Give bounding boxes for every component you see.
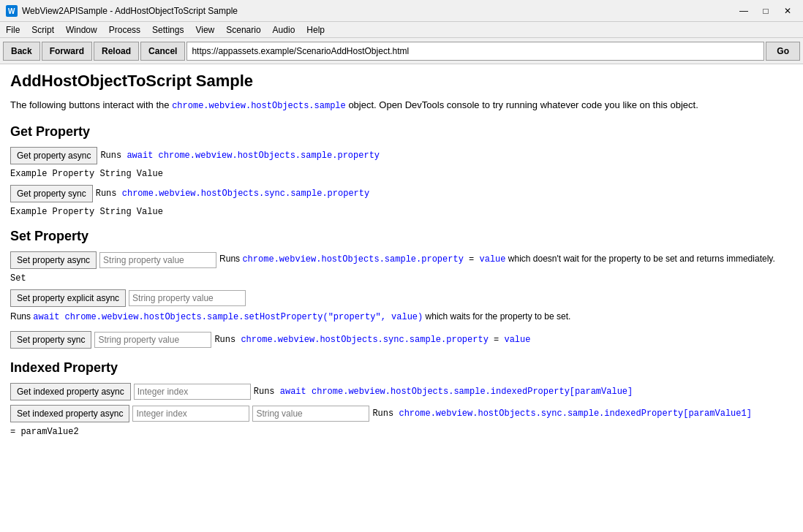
set-async-row: Set property async Runs chrome.webview.h… bbox=[10, 251, 793, 269]
reload-button[interactable]: Reload bbox=[94, 42, 139, 61]
intro-text-suffix: object. Open DevTools console to try run… bbox=[346, 99, 698, 110]
forward-button[interactable]: Forward bbox=[42, 42, 92, 61]
menu-settings[interactable]: Settings bbox=[146, 23, 189, 37]
get-indexed-run-text: Runs await chrome.webview.hostObjects.sa… bbox=[254, 386, 633, 398]
get-property-section: Get Property Get property async Runs awa… bbox=[10, 124, 793, 217]
window-title: WebView2APISample - AddHostObjectToScrip… bbox=[22, 6, 734, 16]
get-sync-run-text: Runs chrome.webview.hostObjects.sync.sam… bbox=[96, 188, 369, 200]
menu-bar: File Script Window Process Settings View… bbox=[0, 22, 803, 38]
menu-window[interactable]: Window bbox=[60, 23, 103, 37]
url-input[interactable] bbox=[186, 42, 764, 61]
get-indexed-input[interactable] bbox=[134, 384, 251, 400]
nav-bar: Back Forward Reload Cancel Go bbox=[0, 38, 803, 64]
get-async-run-text: Runs await chrome.webview.hostObjects.sa… bbox=[100, 150, 380, 162]
get-async-result: Example Property String Value bbox=[10, 169, 793, 179]
set-sync-input[interactable] bbox=[94, 332, 211, 348]
get-sync-button[interactable]: Get property sync bbox=[10, 185, 93, 202]
set-explicit-run-text: Runs await chrome.webview.hostObjects.sa… bbox=[10, 310, 570, 324]
menu-view[interactable]: View bbox=[189, 23, 220, 37]
get-async-row: Get property async Runs await chrome.web… bbox=[10, 147, 793, 164]
menu-script[interactable]: Script bbox=[26, 23, 60, 37]
set-async-run-text: Runs chrome.webview.hostObjects.sample.p… bbox=[219, 252, 775, 266]
content-area[interactable]: AddHostObjectToScript Sample The followi… bbox=[0, 64, 803, 532]
set-async-input[interactable] bbox=[99, 252, 216, 268]
get-sync-result: Example Property String Value bbox=[10, 207, 793, 217]
cancel-button[interactable]: Cancel bbox=[140, 42, 185, 61]
set-explicit-row: Set property explicit async Runs await c… bbox=[10, 289, 793, 327]
back-button[interactable]: Back bbox=[3, 42, 40, 61]
get-async-button[interactable]: Get property async bbox=[10, 147, 97, 164]
indexed-property-heading: Indexed Property bbox=[10, 360, 793, 376]
set-property-heading: Set Property bbox=[10, 229, 793, 244]
window-controls: — □ ✕ bbox=[734, 4, 797, 18]
intro-code: chrome.webview.hostObjects.sample bbox=[172, 101, 346, 111]
set-explicit-button[interactable]: Set property explicit async bbox=[10, 289, 126, 307]
close-button[interactable]: ✕ bbox=[778, 4, 797, 18]
get-indexed-button[interactable]: Get indexed property async bbox=[10, 383, 131, 400]
set-sync-row: Set property sync Runs chrome.webview.ho… bbox=[10, 331, 793, 349]
menu-audio[interactable]: Audio bbox=[267, 23, 301, 37]
indexed-property-section: Indexed Property Get indexed property as… bbox=[10, 360, 793, 437]
set-property-section: Set Property Set property async Runs chr… bbox=[10, 229, 793, 349]
set-explicit-input[interactable] bbox=[129, 290, 246, 306]
minimize-button[interactable]: — bbox=[734, 4, 753, 18]
set-indexed-row: Set indexed property async Runs chrome.w… bbox=[10, 405, 793, 422]
get-sync-row: Get property sync Runs chrome.webview.ho… bbox=[10, 185, 793, 202]
go-button[interactable]: Go bbox=[766, 42, 800, 61]
maximize-button[interactable]: □ bbox=[756, 4, 775, 18]
app-icon: W bbox=[6, 5, 18, 17]
set-async-result: Set bbox=[10, 273, 793, 284]
intro-text-prefix: The following buttons interact with the bbox=[10, 99, 172, 110]
set-indexed-button[interactable]: Set indexed property async bbox=[10, 405, 129, 422]
set-sync-run-text: Runs chrome.webview.hostObjects.sync.sam… bbox=[214, 334, 530, 346]
set-indexed-input2[interactable] bbox=[252, 406, 369, 422]
menu-help[interactable]: Help bbox=[301, 23, 331, 37]
menu-scenario[interactable]: Scenario bbox=[220, 23, 266, 37]
get-indexed-row: Get indexed property async Runs await ch… bbox=[10, 383, 793, 400]
set-indexed-run-text: Runs chrome.webview.hostObjects.sync.sam… bbox=[372, 408, 752, 420]
get-property-heading: Get Property bbox=[10, 124, 793, 140]
menu-process[interactable]: Process bbox=[103, 23, 146, 37]
menu-file[interactable]: File bbox=[0, 23, 26, 37]
set-indexed-input1[interactable] bbox=[132, 406, 249, 422]
page-title: AddHostObjectToScript Sample bbox=[10, 72, 793, 91]
set-sync-button[interactable]: Set property sync bbox=[10, 331, 91, 349]
title-bar: W WebView2APISample - AddHostObjectToScr… bbox=[0, 0, 803, 22]
intro-paragraph: The following buttons interact with the … bbox=[10, 98, 793, 113]
set-indexed-result: = paramValue2 bbox=[10, 427, 793, 437]
set-async-button[interactable]: Set property async bbox=[10, 251, 97, 269]
svg-text:W: W bbox=[8, 7, 15, 15]
